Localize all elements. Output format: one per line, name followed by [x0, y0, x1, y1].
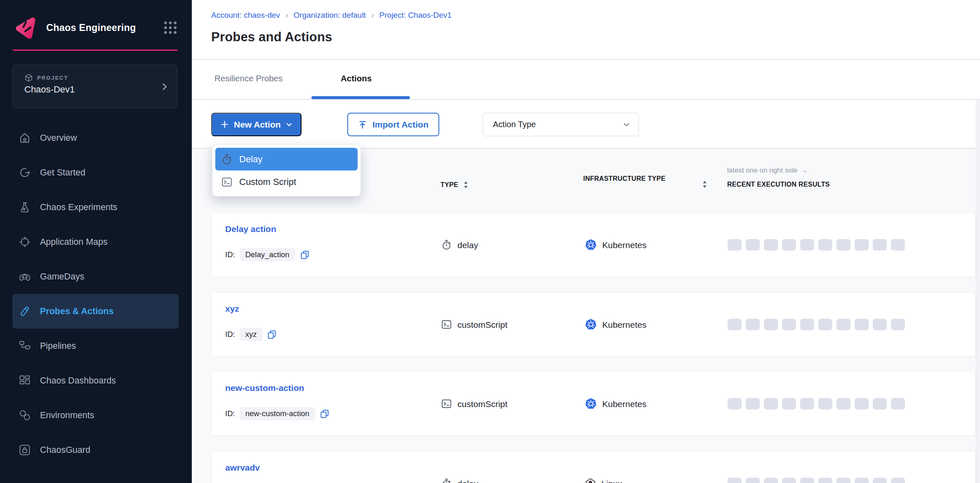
- breadcrumb-project[interactable]: Project: Chaos-Dev1: [379, 11, 452, 20]
- action-type-value: Action Type: [493, 120, 623, 129]
- action-id: Delay_action: [240, 248, 295, 261]
- breadcrumb-account[interactable]: Account: chaos-dev: [211, 11, 280, 20]
- tabs-divider: [192, 99, 980, 100]
- sidebar-item-probes-actions[interactable]: Probes & Actions: [12, 294, 179, 329]
- action-name-link[interactable]: awrvadv: [225, 463, 260, 473]
- result-slot: [800, 239, 814, 251]
- infrastructure-cell: Kubernetes: [585, 398, 646, 410]
- terminal-icon: [441, 319, 452, 330]
- result-slot: [873, 319, 887, 330]
- result-slot: [855, 239, 869, 251]
- breadcrumb: Account: chaos-dev › Organization: defau…: [211, 10, 452, 20]
- infrastructure-cell: Linux: [585, 478, 622, 483]
- id-label: ID:: [225, 250, 235, 259]
- type-cell: customScript: [441, 398, 507, 410]
- action-row: Delay action ID: Delay_action delay: [211, 213, 976, 277]
- type-cell: delay: [441, 239, 478, 251]
- sort-icon[interactable]: [702, 180, 707, 189]
- app-window: Chaos Engineering PROJECT Chaos-Dev1: [0, 0, 980, 483]
- active-tab-indicator: [311, 96, 410, 99]
- result-slot: [746, 478, 760, 483]
- result-slot: [836, 398, 850, 410]
- plus-icon: [220, 120, 229, 129]
- sidebar: Chaos Engineering PROJECT Chaos-Dev1: [0, 0, 192, 483]
- result-slot: [818, 398, 832, 410]
- sidebar-item-chaosguard[interactable]: ChaosGuard: [12, 433, 179, 467]
- new-action-dropdown-menu: Delay Custom Script: [212, 144, 361, 197]
- import-action-button[interactable]: Import Action: [347, 113, 439, 136]
- apps-grid-icon[interactable]: [162, 19, 179, 36]
- action-id: new-custom-action: [240, 407, 315, 420]
- action-type-select[interactable]: Action Type: [483, 113, 639, 136]
- result-slot: [746, 398, 760, 410]
- sidebar-item-overview[interactable]: Overview: [12, 121, 179, 155]
- sidebar-item-gamedays[interactable]: GameDays: [12, 259, 179, 294]
- menu-item-custom-script[interactable]: Custom Script: [215, 170, 358, 193]
- copy-icon[interactable]: [320, 409, 330, 419]
- main-content: Account: chaos-dev › Organization: defau…: [192, 0, 980, 483]
- sort-icon[interactable]: [463, 180, 469, 189]
- chaos-engineering-logo-icon: [14, 16, 37, 39]
- result-slot: [818, 478, 832, 483]
- result-slot: [746, 239, 760, 251]
- new-action-button[interactable]: New Action: [211, 113, 302, 136]
- linux-icon: [585, 478, 596, 483]
- infrastructure-cell: Kubernetes: [585, 239, 646, 251]
- breadcrumb-separator-icon: ›: [285, 10, 288, 20]
- action-row: xyz ID: xyz customScript: [211, 292, 976, 357]
- result-slot: [891, 239, 905, 251]
- result-slot: [855, 398, 869, 410]
- result-slot: [855, 478, 869, 483]
- stopwatch-icon: [441, 478, 452, 483]
- result-slot: [728, 319, 742, 330]
- menu-item-delay[interactable]: Delay: [215, 148, 358, 170]
- result-slot: [800, 478, 814, 483]
- action-name-link[interactable]: new-custom-action: [225, 383, 304, 393]
- action-id: xyz: [240, 328, 263, 341]
- copy-icon[interactable]: [300, 250, 310, 260]
- sidebar-item-get-started[interactable]: Get Started: [12, 155, 179, 190]
- result-slot: [818, 239, 832, 251]
- action-name-link[interactable]: Delay action: [225, 224, 276, 234]
- stopwatch-icon: [441, 239, 452, 251]
- hexagons-icon: [19, 409, 31, 421]
- dashboard-icon: [19, 374, 31, 387]
- brand-title: Chaos Engineering: [46, 22, 162, 33]
- tab-actions[interactable]: Actions: [341, 73, 372, 83]
- id-label: ID:: [225, 330, 235, 339]
- chevron-down-icon: [623, 121, 630, 128]
- page-title: Probes and Actions: [211, 30, 332, 45]
- sidebar-item-pipelines[interactable]: Pipelines: [12, 329, 179, 363]
- action-name-link[interactable]: xyz: [225, 304, 239, 314]
- result-slot: [782, 239, 796, 251]
- chevron-right-icon: [160, 83, 169, 91]
- project-selector[interactable]: PROJECT Chaos-Dev1: [12, 65, 177, 108]
- project-label: PROJECT: [37, 75, 68, 81]
- execution-results: [728, 398, 905, 410]
- result-slot: [891, 398, 905, 410]
- action-row: new-custom-action ID: new-custom-action …: [211, 372, 976, 436]
- column-header-recent-execution-results: RECENT EXECUTION RESULTS: [727, 181, 830, 188]
- vertical-scrollbar[interactable]: [976, 100, 980, 483]
- execution-results: [728, 319, 905, 330]
- brand: Chaos Engineering: [14, 15, 179, 40]
- result-slot: [836, 239, 850, 251]
- result-slot: [764, 319, 778, 330]
- gamepad-icon: [19, 270, 31, 283]
- terminal-icon: [441, 398, 452, 410]
- sidebar-item-environments[interactable]: Environments: [12, 398, 179, 433]
- sidebar-item-chaos-dashboards[interactable]: Chaos Dashboards: [12, 363, 179, 398]
- result-slot: [836, 319, 850, 330]
- copy-icon[interactable]: [267, 329, 277, 339]
- sidebar-item-application-maps[interactable]: Application Maps: [12, 225, 179, 259]
- result-slot: [800, 398, 814, 410]
- sidebar-item-chaos-experiments[interactable]: Chaos Experiments: [12, 190, 179, 225]
- result-slot: [728, 398, 742, 410]
- flask-icon: [19, 201, 31, 213]
- result-slot: [782, 319, 796, 330]
- result-slot: [764, 239, 778, 251]
- cube-icon: [24, 73, 33, 82]
- breadcrumb-organization[interactable]: Organization: default: [294, 11, 366, 20]
- tab-resilience-probes[interactable]: Resilience Probes: [214, 73, 283, 83]
- execution-results: [728, 478, 905, 483]
